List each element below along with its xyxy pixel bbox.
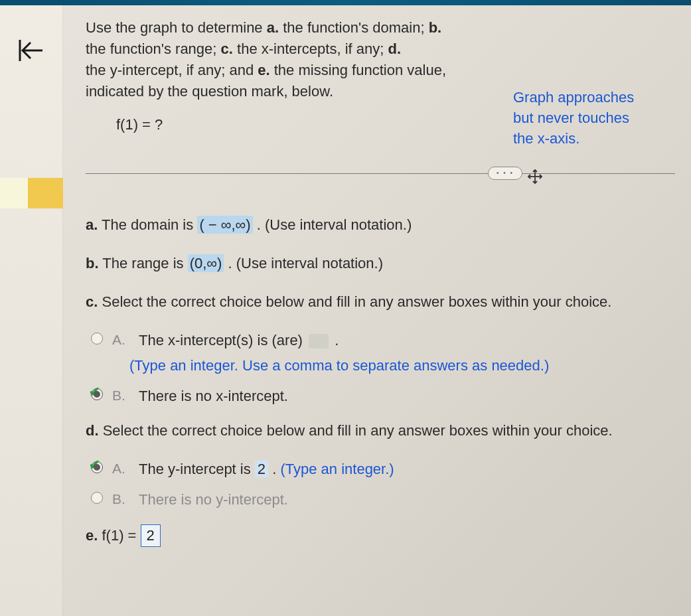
left-sidebar	[0, 5, 63, 616]
c-option-a[interactable]: A. The x-intercept(s) is (are) .	[91, 330, 675, 351]
c-optA-letter: A.	[112, 330, 129, 350]
answers-block: a. The domain is ( − ∞,∞) . (Use interva…	[86, 214, 675, 547]
q-e-bold: e.	[258, 62, 269, 78]
separator: • • •	[86, 167, 675, 180]
d-optB-letter: B.	[112, 489, 129, 509]
radio-icon[interactable]: ✔	[91, 461, 103, 473]
q-d-bold: d.	[388, 40, 401, 57]
e-label: e.	[86, 527, 98, 544]
c-optB-letter: B.	[112, 386, 129, 406]
c-optA-t2: .	[331, 332, 339, 348]
radio-icon[interactable]	[91, 492, 103, 504]
d-optA-t2: .	[268, 461, 280, 477]
c-optA-hint: (Type an integer. Use a comma to separat…	[129, 355, 675, 376]
check-icon: ✔	[89, 455, 100, 475]
c-prompt: Select the correct choice below and fill…	[98, 293, 611, 310]
q-l2-pre: the function's range;	[86, 40, 221, 57]
q-l3-pre: the y-intercept, if any; and	[86, 62, 258, 78]
c-optB-text: There is no x-intercept.	[139, 386, 675, 407]
a-post: . (Use interval notation.)	[253, 216, 412, 233]
window-topbar	[0, 0, 691, 5]
c-optA-t1: The x-intercept(s) is (are)	[139, 332, 307, 348]
d-optA-hint: (Type an integer.)	[280, 461, 394, 477]
q-l1-post: the function's domain;	[279, 19, 429, 36]
a-pre: The domain is	[98, 216, 197, 233]
asymptote-note: Graph approaches but never touches the x…	[513, 88, 672, 149]
d-prompt: Select the correct choice below and fill…	[99, 422, 613, 439]
d-optA-val[interactable]: 2	[255, 461, 268, 477]
d-option-a[interactable]: ✔ A. The y-intercept is 2 . (Type an int…	[91, 459, 675, 480]
content-area: Use the graph to determine a. the functi…	[63, 5, 691, 616]
b-pre: The range is	[99, 255, 188, 271]
e-pre: f(1) =	[98, 527, 140, 544]
q-l1-pre: Use the graph to determine	[86, 19, 267, 36]
q-l4: indicated by the question mark, below.	[86, 83, 333, 100]
marker-gold	[28, 178, 63, 208]
marker-pale	[0, 178, 28, 208]
e-value[interactable]: 2	[141, 524, 161, 547]
radio-icon[interactable]	[91, 333, 103, 345]
d-optA-text: The y-intercept is 2 . (Type an integer.…	[139, 459, 675, 480]
c-label: c.	[86, 293, 98, 310]
a-value[interactable]: ( − ∞,∞)	[197, 216, 252, 234]
sidebar-progress-marker	[0, 178, 63, 208]
c-option-b[interactable]: ✔ B. There is no x-intercept.	[91, 386, 675, 407]
d-optA-t1: The y-intercept is	[139, 461, 255, 477]
d-label: d.	[86, 422, 99, 439]
answer-a: a. The domain is ( − ∞,∞) . (Use interva…	[86, 214, 675, 236]
d-option-b[interactable]: B. There is no y-intercept.	[91, 489, 675, 510]
q-b-bold: b.	[429, 19, 442, 36]
separator-handle[interactable]: • • •	[488, 167, 522, 180]
move-icon[interactable]	[526, 168, 544, 185]
answer-d: d. Select the correct choice below and f…	[86, 420, 675, 441]
separator-dots: • • •	[497, 169, 514, 179]
b-label: b.	[86, 255, 99, 271]
d-choices: ✔ A. The y-intercept is 2 . (Type an int…	[86, 459, 675, 510]
b-post: . (Use interval notation.)	[224, 255, 383, 271]
c-optA-text: The x-intercept(s) is (are) .	[139, 330, 675, 351]
q-l3-post: the missing function value,	[270, 62, 446, 78]
d-optA-letter: A.	[112, 459, 129, 479]
radio-icon[interactable]: ✔	[91, 388, 103, 400]
a-label: a.	[86, 216, 98, 233]
answer-b: b. The range is (0,∞) . (Use interval no…	[86, 253, 675, 274]
d-optB-text: There is no y-intercept.	[139, 489, 675, 510]
b-value[interactable]: (0,∞)	[188, 254, 224, 272]
c-choices: A. The x-intercept(s) is (are) . (Type a…	[86, 330, 675, 407]
fill-blank[interactable]	[309, 334, 329, 348]
asym-l1: Graph approaches	[513, 89, 634, 106]
q-l2-mid: the x-intercepts, if any;	[233, 40, 388, 57]
back-icon[interactable]	[15, 35, 46, 66]
answer-c: c. Select the correct choice below and f…	[86, 291, 675, 313]
q-a-bold: a.	[267, 19, 279, 36]
answer-e: e. f(1) = 2	[86, 524, 675, 547]
asym-l2: but never touches	[513, 110, 629, 126]
asym-l3: the x-axis.	[513, 130, 579, 147]
check-icon: ✔	[89, 382, 100, 402]
q-c-bold: c.	[221, 40, 233, 57]
separator-line	[86, 173, 675, 174]
question-text: Use the graph to determine a. the functi…	[86, 17, 510, 102]
